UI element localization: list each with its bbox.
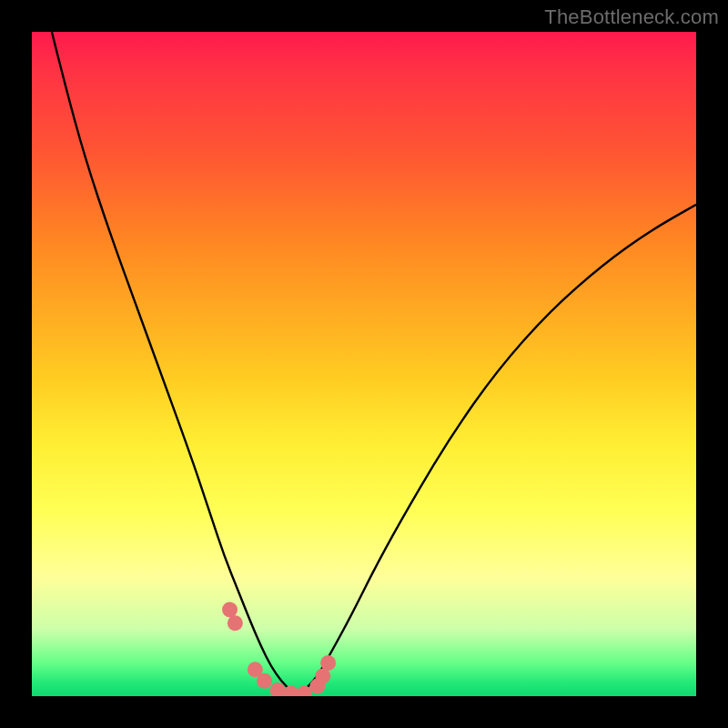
data-point	[297, 686, 312, 696]
plot-area	[32, 32, 696, 696]
data-point	[320, 655, 336, 671]
data-point	[315, 669, 330, 684]
chart-frame: TheBottleneck.com	[0, 0, 728, 728]
data-point	[270, 682, 286, 696]
data-point	[257, 673, 272, 689]
watermark-text: TheBottleneck.com	[544, 5, 719, 29]
curve-left	[52, 32, 298, 696]
curve-right	[298, 205, 696, 696]
data-markers	[222, 602, 336, 696]
data-point	[283, 686, 298, 696]
chart-svg	[32, 32, 696, 696]
data-point	[222, 602, 238, 618]
data-point	[228, 615, 243, 631]
